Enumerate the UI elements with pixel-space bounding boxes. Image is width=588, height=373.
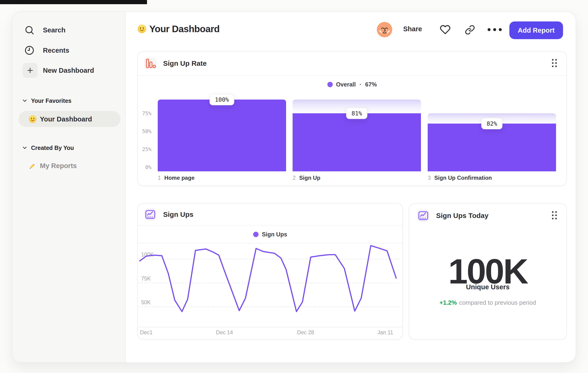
section-title: Created By You (31, 144, 74, 151)
funnel-bar[interactable] (293, 113, 421, 171)
funnel-value-tooltip: 82% (481, 118, 502, 129)
stat-delta: +1.2%compared to previous period (409, 299, 566, 306)
smiley-emoji-icon (29, 115, 37, 123)
screen: Search Recents New Dashboard (0, 0, 588, 373)
add-report-button[interactable]: Add Report (509, 21, 563, 39)
sidebar-item-new-dashboard[interactable]: New Dashboard (12, 63, 125, 78)
copy-link-button[interactable] (465, 25, 475, 36)
sign-ups-today-card: Sign Ups Today 100K Unique Users +1.2%co… (409, 203, 567, 340)
funnel-step-number: 1 (158, 175, 161, 181)
line-chart-svg (138, 203, 402, 339)
funnel-step-label: 2Sign Up (293, 175, 320, 181)
favorite-button[interactable] (440, 24, 451, 36)
sidebar-item-label: My Reports (40, 162, 77, 170)
clock-icon (24, 45, 34, 55)
sidebar-item-search[interactable]: Search (12, 23, 125, 38)
search-icon (24, 25, 34, 35)
funnel-step-name: Sign Up Confirmation (434, 175, 492, 181)
sidebar-section-created-by-you[interactable]: Created By You (22, 144, 74, 152)
plus-icon (23, 63, 38, 78)
stat-label: Unique Users (409, 283, 566, 291)
sidebar-item-label: New Dashboard (43, 67, 94, 74)
chevron-down-icon (22, 145, 28, 151)
pencil-emoji-icon (29, 162, 36, 169)
funnel-bar[interactable] (158, 100, 286, 171)
sign-ups-chart: 100K75K50KDec1Dec 14Dec 28Jan 11 (138, 203, 402, 339)
y-axis-tick-label: 75% (138, 111, 151, 117)
chevron-down-icon (22, 98, 28, 104)
dashboard-smiley-emoji-icon (137, 24, 146, 33)
delta-caption: compared to previous period (459, 299, 536, 306)
funnel-step-number: 3 (428, 175, 431, 181)
x-axis-tick-label: Dec 28 (297, 329, 314, 336)
card-title: Sign Ups Today (436, 212, 488, 220)
funnel-step-name: Home page (164, 175, 194, 181)
sidebar: Search Recents New Dashboard (12, 12, 126, 362)
line-chart-icon (417, 210, 429, 222)
funnel-step-number: 2 (293, 175, 296, 181)
funnel-step-name: Sign Up (299, 175, 320, 181)
sidebar-item-label: Search (43, 26, 66, 34)
sign-ups-card: Sign Ups Sign Ups 100K75K50KDec1Dec 14De… (137, 203, 403, 340)
ellipsis-icon (487, 28, 502, 32)
x-axis-tick-label: Dec 14 (216, 329, 233, 336)
sidebar-item-my-reports[interactable]: My Reports (18, 158, 120, 174)
heart-icon (440, 24, 451, 35)
more-options-button[interactable] (487, 28, 502, 32)
funnel-value-tooltip: 100% (210, 94, 234, 105)
funnel-chart: 75%50%25%0%100%1Home page81%2Sign Up82%3… (138, 51, 566, 186)
link-icon (465, 25, 475, 35)
page-title: Your Dashboard (149, 23, 220, 35)
sidebar-item-label: Recents (43, 47, 69, 54)
delta-percentage: +1.2% (440, 299, 457, 306)
share-button[interactable]: Share (403, 25, 422, 33)
y-axis-tick-label: 25% (138, 146, 151, 152)
background-window-remnant (0, 0, 147, 4)
sidebar-item-your-dashboard[interactable]: Your Dashboard (18, 111, 120, 127)
x-axis-tick-label: Dec1 (140, 329, 153, 336)
funnel-bar[interactable] (428, 123, 556, 171)
user-avatar[interactable] (377, 22, 392, 37)
sidebar-item-recents[interactable]: Recents (12, 43, 125, 58)
sidebar-item-label: Your Dashboard (40, 115, 92, 123)
y-axis-tick-label: 50% (138, 129, 151, 134)
app-window: Search Recents New Dashboard (12, 11, 576, 363)
x-axis-tick-label: Jan 11 (378, 329, 393, 336)
card-header: Sign Ups Today (409, 203, 566, 228)
funnel-step-label: 3Sign Up Confirmation (428, 175, 492, 181)
y-axis-tick-label: 0% (138, 164, 151, 171)
main-content: Your Dashboard Share (126, 12, 576, 362)
sidebar-section-your-favorites[interactable]: Your Favorites (22, 97, 71, 105)
drag-handle-icon[interactable] (550, 210, 558, 222)
sign-up-rate-card: Sign Up Rate Overall · 67% 75%5 (137, 51, 567, 186)
section-title: Your Favorites (31, 97, 71, 104)
sign-ups-line (140, 246, 396, 312)
funnel-value-tooltip: 81% (346, 108, 367, 119)
funnel-step-label: 1Home page (158, 175, 195, 181)
